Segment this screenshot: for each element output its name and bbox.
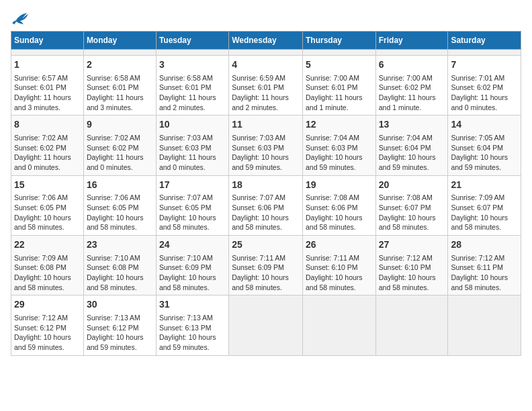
daylight-text: Daylight: 10 hours and 58 minutes. — [87, 214, 144, 232]
sunset-text: Sunset: 6:02 PM — [451, 83, 503, 91]
day-number: 26 — [306, 238, 373, 252]
sunset-text: Sunset: 6:01 PM — [232, 83, 284, 91]
sunrise-text: Sunrise: 7:08 AM — [306, 193, 359, 201]
day-number: 3 — [159, 58, 226, 72]
day-number: 27 — [379, 238, 445, 252]
sunset-text: Sunset: 6:05 PM — [14, 203, 66, 212]
calendar-cell: 13Sunrise: 7:04 AMSunset: 6:04 PMDayligh… — [375, 116, 448, 175]
calendar-cell — [302, 50, 375, 56]
daylight-text: Daylight: 10 hours and 58 minutes. — [451, 214, 508, 232]
day-number: 7 — [451, 58, 518, 72]
daylight-text: Daylight: 10 hours and 58 minutes. — [379, 273, 436, 291]
sunrise-text: Sunrise: 7:04 AM — [306, 134, 359, 142]
header-day: Sunday — [11, 32, 84, 50]
sunrise-text: Sunrise: 6:59 AM — [232, 74, 285, 82]
sunset-text: Sunset: 6:04 PM — [379, 144, 431, 152]
daylight-text: Daylight: 10 hours and 58 minutes. — [306, 273, 363, 291]
day-number: 18 — [232, 179, 300, 192]
sunrise-text: Sunrise: 7:07 AM — [232, 193, 285, 201]
calendar-cell: 25Sunrise: 7:11 AMSunset: 6:09 PMDayligh… — [229, 236, 303, 295]
sunrise-text: Sunrise: 7:12 AM — [451, 254, 504, 262]
daylight-text: Daylight: 10 hours and 59 minutes. — [87, 333, 144, 351]
calendar-week-row: 22Sunrise: 7:09 AMSunset: 6:08 PMDayligh… — [11, 236, 521, 295]
calendar-cell: 17Sunrise: 7:07 AMSunset: 6:05 PMDayligh… — [156, 175, 228, 235]
day-number: 6 — [379, 58, 445, 72]
day-number: 23 — [87, 238, 153, 252]
sunrise-text: Sunrise: 7:09 AM — [14, 254, 68, 262]
sunset-text: Sunset: 6:07 PM — [451, 203, 503, 212]
sunset-text: Sunset: 6:01 PM — [159, 83, 212, 91]
daylight-text: Daylight: 10 hours and 59 minutes. — [159, 333, 216, 351]
sunrise-text: Sunrise: 7:03 AM — [232, 134, 285, 142]
calendar-cell: 7Sunrise: 7:01 AMSunset: 6:02 PMDaylight… — [448, 56, 521, 116]
calendar-cell — [11, 50, 84, 56]
sunset-text: Sunset: 6:08 PM — [14, 263, 66, 271]
sunrise-text: Sunrise: 7:10 AM — [159, 254, 213, 262]
daylight-text: Daylight: 11 hours and 3 minutes. — [14, 93, 71, 111]
calendar-cell: 22Sunrise: 7:09 AMSunset: 6:08 PMDayligh… — [11, 236, 84, 295]
daylight-text: Daylight: 10 hours and 59 minutes. — [306, 153, 363, 171]
day-number: 10 — [159, 118, 226, 132]
calendar-cell: 28Sunrise: 7:12 AMSunset: 6:11 PMDayligh… — [448, 236, 521, 295]
calendar-cell: 30Sunrise: 7:13 AMSunset: 6:12 PMDayligh… — [83, 295, 156, 355]
calendar-cell: 10Sunrise: 7:03 AMSunset: 6:03 PMDayligh… — [156, 116, 228, 175]
daylight-text: Daylight: 11 hours and 3 minutes. — [87, 93, 144, 111]
sunset-text: Sunset: 6:12 PM — [87, 324, 139, 332]
day-number: 14 — [451, 118, 518, 132]
header-day: Monday — [83, 32, 156, 50]
day-number: 19 — [306, 179, 373, 192]
calendar-table: SundayMondayTuesdayWednesdayThursdayFrid… — [11, 31, 521, 356]
sunrise-text: Sunrise: 7:05 AM — [451, 134, 504, 142]
calendar-cell: 31Sunrise: 7:13 AMSunset: 6:13 PMDayligh… — [156, 295, 228, 355]
sunset-text: Sunset: 6:10 PM — [306, 263, 358, 271]
calendar-cell: 16Sunrise: 7:06 AMSunset: 6:05 PMDayligh… — [83, 175, 156, 235]
calendar-cell: 24Sunrise: 7:10 AMSunset: 6:09 PMDayligh… — [156, 236, 228, 295]
calendar-cell: 20Sunrise: 7:08 AMSunset: 6:07 PMDayligh… — [375, 175, 448, 235]
day-number: 9 — [87, 118, 153, 132]
daylight-text: Daylight: 10 hours and 58 minutes. — [451, 273, 508, 291]
calendar-cell: 4Sunrise: 6:59 AMSunset: 6:01 PMDaylight… — [229, 56, 303, 116]
sunset-text: Sunset: 6:11 PM — [451, 263, 503, 271]
sunrise-text: Sunrise: 7:06 AM — [14, 193, 68, 201]
calendar-cell — [375, 50, 448, 56]
calendar-cell — [375, 295, 448, 355]
sunrise-text: Sunrise: 7:04 AM — [379, 134, 433, 142]
daylight-text: Daylight: 11 hours and 1 minute. — [306, 93, 363, 111]
day-number: 31 — [159, 298, 226, 312]
sunset-text: Sunset: 6:13 PM — [159, 324, 212, 332]
sunrise-text: Sunrise: 6:58 AM — [87, 74, 140, 82]
day-number: 24 — [159, 238, 226, 252]
sunset-text: Sunset: 6:01 PM — [87, 83, 139, 91]
daylight-text: Daylight: 11 hours and 2 minutes. — [232, 93, 289, 111]
sunrise-text: Sunrise: 7:03 AM — [159, 134, 213, 142]
calendar-week-row: 29Sunrise: 7:12 AMSunset: 6:12 PMDayligh… — [11, 295, 521, 355]
daylight-text: Daylight: 10 hours and 59 minutes. — [451, 153, 508, 171]
sunset-text: Sunset: 6:09 PM — [159, 263, 212, 271]
header-row: SundayMondayTuesdayWednesdayThursdayFrid… — [11, 32, 521, 50]
sunrise-text: Sunrise: 6:57 AM — [14, 74, 68, 82]
sunset-text: Sunset: 6:10 PM — [379, 263, 431, 271]
daylight-text: Daylight: 11 hours and 0 minutes. — [14, 153, 71, 171]
day-number: 16 — [87, 179, 153, 192]
calendar-cell: 18Sunrise: 7:07 AMSunset: 6:06 PMDayligh… — [229, 175, 303, 235]
daylight-text: Daylight: 10 hours and 58 minutes. — [379, 214, 436, 232]
calendar-cell: 11Sunrise: 7:03 AMSunset: 6:03 PMDayligh… — [229, 116, 303, 175]
sunset-text: Sunset: 6:02 PM — [14, 144, 66, 152]
sunrise-text: Sunrise: 7:11 AM — [232, 254, 285, 262]
sunrise-text: Sunrise: 7:09 AM — [451, 193, 504, 201]
page-header — [11, 11, 521, 26]
calendar-cell: 14Sunrise: 7:05 AMSunset: 6:04 PMDayligh… — [448, 116, 521, 175]
calendar-cell: 6Sunrise: 7:00 AMSunset: 6:02 PMDaylight… — [375, 56, 448, 116]
calendar-cell: 5Sunrise: 7:00 AMSunset: 6:01 PMDaylight… — [302, 56, 375, 116]
sunrise-text: Sunrise: 7:02 AM — [87, 134, 140, 142]
daylight-text: Daylight: 10 hours and 58 minutes. — [87, 273, 144, 291]
sunset-text: Sunset: 6:03 PM — [232, 144, 284, 152]
calendar-cell: 3Sunrise: 6:58 AMSunset: 6:01 PMDaylight… — [156, 56, 228, 116]
calendar-cell: 12Sunrise: 7:04 AMSunset: 6:03 PMDayligh… — [302, 116, 375, 175]
calendar-cell: 2Sunrise: 6:58 AMSunset: 6:01 PMDaylight… — [83, 56, 156, 116]
sunset-text: Sunset: 6:06 PM — [306, 203, 358, 212]
sunset-text: Sunset: 6:05 PM — [87, 203, 139, 212]
calendar-cell: 27Sunrise: 7:12 AMSunset: 6:10 PMDayligh… — [375, 236, 448, 295]
day-number: 5 — [306, 58, 373, 72]
sunrise-text: Sunrise: 7:12 AM — [379, 254, 433, 262]
